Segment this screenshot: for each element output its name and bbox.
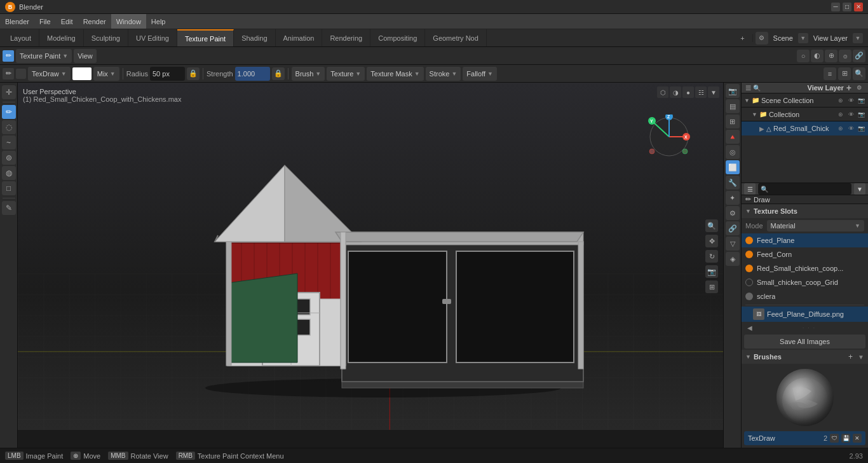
grid-btn[interactable]: ⊞ bbox=[705, 280, 718, 293]
viewport-shading-render-btn[interactable]: ● bbox=[682, 86, 694, 98]
draw-tool[interactable]: ✏ bbox=[2, 105, 16, 119]
mode-value-dropdown[interactable]: Material ▼ bbox=[767, 220, 864, 232]
viewport-toggle-x-ray[interactable]: ☷ bbox=[695, 86, 707, 98]
slot-feed-corn[interactable]: Feed_Corn bbox=[742, 247, 868, 261]
viewport-proportional-btn[interactable]: ⌾ bbox=[839, 50, 851, 62]
physics-properties-icon[interactable]: ⚙ bbox=[726, 206, 740, 220]
menu-help[interactable]: Help bbox=[146, 14, 171, 29]
outliner-object-item[interactable]: ▶ △ Red_Small_Chick ⊛ 👁 📷 bbox=[742, 121, 868, 135]
brush-settings-dropdown[interactable]: Brush ▼ bbox=[292, 67, 325, 81]
tab-compositing[interactable]: Compositing bbox=[370, 29, 425, 46]
stroke-dropdown[interactable]: Stroke ▼ bbox=[426, 67, 461, 81]
toolbar-right-icon-3[interactable]: 🔍 bbox=[853, 67, 865, 80]
mask-tool[interactable]: □ bbox=[2, 181, 16, 195]
tab-rendering[interactable]: Rendering bbox=[322, 29, 370, 46]
brush-name-row[interactable]: TexDraw 2 🛡 💾 ✕ bbox=[744, 431, 865, 445]
falloff-dropdown[interactable]: Falloff ▼ bbox=[463, 67, 497, 81]
menu-blender[interactable]: Blender bbox=[0, 14, 34, 29]
pan-btn[interactable]: ✥ bbox=[705, 235, 718, 247]
texture-mask-dropdown[interactable]: Texture Mask ▼ bbox=[367, 67, 423, 81]
menu-edit[interactable]: Edit bbox=[56, 14, 78, 29]
strength-lock-btn[interactable]: 🔒 bbox=[272, 67, 285, 80]
viewport-shading-btn[interactable]: ○ bbox=[797, 50, 810, 62]
material-properties-icon[interactable]: ◈ bbox=[726, 252, 740, 266]
texture-file-item[interactable]: 🖼 Feed_Plane_Diffuse.png bbox=[742, 307, 868, 322]
viewport-shading-solid-btn[interactable]: ⬡ bbox=[657, 86, 668, 98]
add-workspace-button[interactable]: + bbox=[733, 34, 752, 42]
fill-tool[interactable]: ◍ bbox=[2, 166, 16, 180]
constraints-properties-icon[interactable]: 🔗 bbox=[726, 221, 740, 235]
object-properties-icon[interactable]: ⬜ bbox=[726, 160, 740, 174]
save-all-images-button[interactable]: Save All Images bbox=[744, 335, 865, 349]
viewport-gizmo-btn[interactable]: ⊕ bbox=[825, 50, 837, 62]
output-properties-icon[interactable]: ▤ bbox=[726, 99, 740, 113]
texture-prev-btn[interactable]: ◀ bbox=[745, 323, 754, 332]
texture-slots-header[interactable]: ▼ Texture Slots bbox=[742, 204, 868, 218]
props-filter-btn[interactable]: ▼ bbox=[854, 183, 865, 195]
tab-layout[interactable]: Layout bbox=[3, 29, 39, 46]
radius-value[interactable]: 50 px bbox=[150, 67, 185, 81]
slot-red-small-chicken[interactable]: Red_Small_chicken_coop... bbox=[742, 261, 868, 275]
sub-restrict-hide-btn[interactable]: 👁 bbox=[846, 110, 855, 119]
brush-name-dropdown[interactable]: TexDraw ▼ bbox=[28, 67, 71, 81]
viewport-shading-dropdown[interactable]: ▼ bbox=[708, 86, 719, 98]
tab-shading[interactable]: Shading bbox=[234, 29, 275, 46]
viewport-snap-btn[interactable]: 🔗 bbox=[853, 50, 865, 62]
radius-lock-btn[interactable]: 🔒 bbox=[187, 67, 200, 80]
zoom-in-btn[interactable]: 🔍 bbox=[705, 219, 718, 232]
rotate-btn[interactable]: ↻ bbox=[705, 250, 718, 263]
view-dropdown[interactable]: View bbox=[74, 49, 97, 63]
menu-file[interactable]: File bbox=[34, 14, 56, 29]
object-data-properties-icon[interactable]: ▽ bbox=[726, 237, 740, 251]
mix-dropdown[interactable]: Mix ▼ bbox=[93, 67, 119, 81]
brush-icon-btn[interactable]: ✏ bbox=[3, 68, 14, 79]
slot-small-chicken-grid[interactable]: Small_chicken_coop_Grid bbox=[742, 275, 868, 289]
tab-uv-editing[interactable]: UV Editing bbox=[128, 29, 177, 46]
clone-tool[interactable]: ⊚ bbox=[2, 151, 16, 165]
brush-save-btn[interactable]: 💾 bbox=[841, 434, 850, 443]
tab-sculpting[interactable]: Sculpting bbox=[84, 29, 128, 46]
obj-restrict-hide-btn[interactable]: 👁 bbox=[846, 124, 855, 133]
brush-color-swatch[interactable] bbox=[16, 69, 26, 79]
texture-dropdown[interactable]: Texture ▼ bbox=[327, 67, 365, 81]
restrict-render-btn[interactable]: 📷 bbox=[857, 96, 865, 105]
viewport-shading-mat-btn[interactable]: ◑ bbox=[670, 86, 681, 98]
annotate-tool[interactable]: ✎ bbox=[2, 201, 16, 215]
props-search-bar[interactable]: 🔍 bbox=[758, 183, 851, 195]
tab-geometry-nodes[interactable]: Geometry Nod bbox=[425, 29, 487, 46]
brushes-add-btn[interactable]: + bbox=[848, 352, 853, 361]
slot-sclera[interactable]: sclera bbox=[742, 289, 868, 303]
collection-item[interactable]: ▼ 📁 Collection ⊛ 👁 📷 bbox=[742, 107, 868, 121]
view-layer-add-btn[interactable]: + bbox=[846, 83, 851, 93]
restrict-select-btn[interactable]: ⊛ bbox=[836, 96, 845, 105]
world-properties-icon[interactable]: ◎ bbox=[726, 145, 740, 159]
render-properties-icon[interactable]: 📷 bbox=[726, 84, 740, 98]
minimize-button[interactable]: ─ bbox=[831, 3, 840, 11]
view-layer-icon-btn[interactable]: ▼ bbox=[853, 33, 863, 43]
smear-tool[interactable]: ~ bbox=[2, 135, 16, 149]
viewport-3d[interactable]: User Perspective (1) Red_Small_Chicken_C… bbox=[18, 83, 723, 430]
modifier-properties-icon[interactable]: 🔧 bbox=[726, 176, 740, 190]
scene-icon-btn[interactable]: ▼ bbox=[798, 33, 808, 43]
tab-modeling[interactable]: Modeling bbox=[39, 29, 84, 46]
mode-dropdown-area[interactable]: ✏ Texture Paint ▼ View bbox=[3, 49, 97, 63]
restrict-hide-btn[interactable]: 👁 bbox=[846, 96, 855, 105]
color-swatch[interactable] bbox=[72, 67, 92, 80]
tab-texture-paint[interactable]: Texture Paint bbox=[177, 29, 234, 46]
scene-selector[interactable]: ⚙ bbox=[756, 32, 768, 45]
slot-feed-plane[interactable]: Feed_Plane bbox=[742, 233, 868, 247]
sub-restrict-render-btn[interactable]: 📷 bbox=[857, 110, 865, 119]
viewport-overlay-btn[interactable]: ◐ bbox=[811, 50, 824, 62]
camera-btn[interactable]: 📷 bbox=[705, 265, 718, 278]
cursor-tool[interactable]: ✛ bbox=[2, 85, 16, 99]
toolbar-right-icon-2[interactable]: ⊞ bbox=[838, 67, 851, 80]
viewport-gizmo[interactable]: X Y Z bbox=[647, 114, 691, 159]
brush-delete-btn[interactable]: ✕ bbox=[853, 434, 862, 443]
soften-tool[interactable]: ◌ bbox=[2, 120, 16, 134]
strength-value[interactable]: 1.000 bbox=[235, 67, 270, 81]
menu-window[interactable]: Window bbox=[111, 14, 146, 29]
brush-protect-btn[interactable]: 🛡 bbox=[830, 434, 839, 443]
view-layer-properties-icon[interactable]: ⊞ bbox=[726, 114, 740, 128]
close-button[interactable]: ✕ bbox=[854, 3, 863, 11]
toolbar-right-icon-1[interactable]: ≡ bbox=[824, 67, 836, 80]
